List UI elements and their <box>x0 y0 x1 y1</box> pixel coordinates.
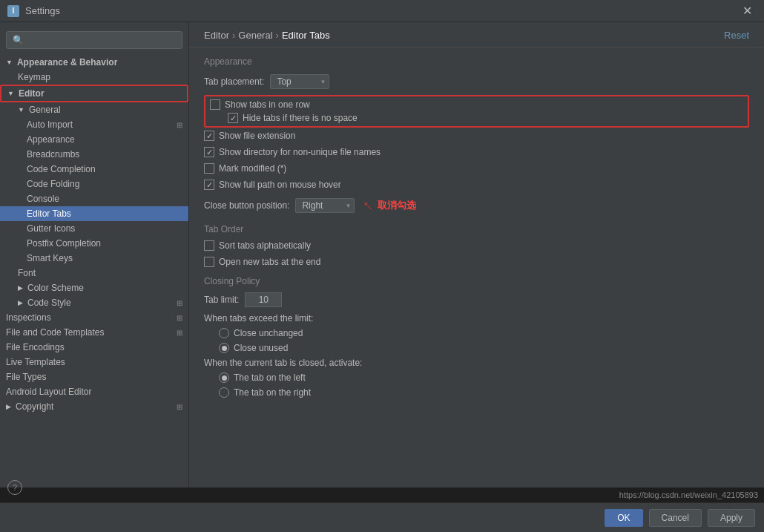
expand-arrow: ▶ <box>18 299 23 306</box>
mark-modified-checkbox[interactable] <box>204 163 214 174</box>
tab-on-left-radio[interactable] <box>219 372 229 383</box>
show-directory-row[interactable]: Show directory for non-unique file names <box>204 147 749 157</box>
ext-icon: ⊞ <box>177 403 182 411</box>
sidebar-item-code-completion[interactable]: Code Completion <box>0 162 188 177</box>
tab-on-left-row[interactable]: The tab on the left <box>219 372 749 383</box>
sidebar-item-keymap[interactable]: Keymap <box>0 70 188 85</box>
sidebar-item-appearance[interactable]: Appearance <box>0 132 188 147</box>
sidebar-item-label: Editor <box>19 88 45 99</box>
ok-button[interactable]: OK <box>605 509 642 527</box>
sidebar-item-label: File and Code Templates <box>6 327 105 338</box>
sidebar-item-font[interactable]: Font <box>0 266 188 280</box>
tab-limit-label: Tab limit: <box>204 295 239 305</box>
show-file-extension-row[interactable]: Show file extension <box>204 131 749 141</box>
sidebar-item-file-types[interactable]: File Types <box>0 370 188 384</box>
cancel-button[interactable]: Cancel <box>649 509 702 527</box>
title-bar: I Settings ✕ <box>0 0 764 22</box>
app-icon: I <box>7 5 19 17</box>
tab-on-right-radio[interactable] <box>219 387 229 398</box>
sidebar-item-label: Postfix Completion <box>27 238 101 249</box>
sort-tabs-row[interactable]: Sort tabs alphabetically <box>204 240 749 251</box>
sidebar-item-android-layout-editor[interactable]: Android Layout Editor <box>0 384 188 399</box>
close-unchanged-label: Close unchanged <box>234 328 303 338</box>
title-bar-left: I Settings <box>7 5 60 17</box>
sidebar-item-color-scheme[interactable]: ▶ Color Scheme <box>0 280 188 295</box>
sidebar-item-appearance-behavior[interactable]: ▼ Appearance & Behavior <box>0 55 188 70</box>
mark-modified-label: Mark modified (*) <box>219 163 286 174</box>
close-unchanged-radio[interactable] <box>219 328 229 338</box>
settings-content: Appearance Tab placement: Top Show tabs … <box>189 47 764 411</box>
bottom-bar: ? OK Cancel Apply <box>0 502 764 532</box>
breadcrumb-sep1: › <box>232 30 235 41</box>
show-directory-checkbox[interactable] <box>204 147 214 157</box>
tab-order-section-title: Tab Order <box>204 224 749 234</box>
sidebar-item-label: Breadcrumbs <box>27 149 79 160</box>
sort-tabs-checkbox[interactable] <box>204 240 214 251</box>
hide-tabs-no-space-checkbox[interactable] <box>228 113 238 123</box>
sidebar-item-label: Console <box>27 194 59 204</box>
close-unused-label: Close unused <box>234 343 288 353</box>
show-full-path-row[interactable]: Show full path on mouse hover <box>204 180 749 190</box>
mark-modified-row[interactable]: Mark modified (*) <box>204 163 749 174</box>
content-area: Editor › General › Editor Tabs Reset App… <box>189 22 764 502</box>
hide-tabs-no-space-row[interactable]: Hide tabs if there is no space <box>210 113 743 123</box>
show-tabs-one-row-row[interactable]: Show tabs in one row <box>210 99 743 110</box>
show-file-extension-checkbox[interactable] <box>204 131 214 141</box>
expand-arrow: ▼ <box>18 106 24 114</box>
sidebar-item-copyright[interactable]: ▶ Copyright ⊞ <box>0 399 188 414</box>
show-full-path-label: Show full path on mouse hover <box>219 180 341 190</box>
sidebar-item-gutter-icons[interactable]: Gutter Icons <box>0 221 188 236</box>
sidebar-item-label: Live Templates <box>6 357 65 367</box>
show-tabs-one-row-checkbox[interactable] <box>210 99 220 110</box>
tab-on-right-row[interactable]: The tab on the right <box>219 387 749 398</box>
sidebar-item-inspections[interactable]: Inspections ⊞ <box>0 310 188 325</box>
close-unchanged-row[interactable]: Close unchanged <box>219 328 749 338</box>
show-file-extension-label: Show file extension <box>219 131 295 141</box>
apply-button[interactable]: Apply <box>708 509 755 527</box>
sidebar-item-smart-keys[interactable]: Smart Keys <box>0 251 188 266</box>
tab-limit-input[interactable] <box>245 292 282 307</box>
content-header: Editor › General › Editor Tabs Reset <box>189 22 764 47</box>
close-button-dropdown[interactable]: Right <box>295 198 355 213</box>
sidebar-item-postfix-completion[interactable]: Postfix Completion <box>0 236 188 251</box>
sidebar-item-code-folding[interactable]: Code Folding <box>0 177 188 191</box>
tab-placement-label: Tab placement: <box>204 76 264 87</box>
tab-placement-dropdown[interactable]: Top <box>270 74 329 89</box>
sidebar-item-code-style[interactable]: ▶ Code Style ⊞ <box>0 295 188 310</box>
sidebar-item-label: Android Layout Editor <box>6 387 91 397</box>
when-tabs-exceed-row: When tabs exceed the limit: <box>204 313 749 324</box>
open-new-tabs-row[interactable]: Open new tabs at the end <box>204 257 749 267</box>
tab-placement-dropdown-wrap: Top <box>270 74 329 89</box>
window-title: Settings <box>25 5 60 16</box>
sidebar-item-label: Inspections <box>6 312 51 323</box>
close-unused-radio[interactable] <box>219 343 229 353</box>
appearance-section-title: Appearance <box>204 56 749 67</box>
sidebar: ▼ Appearance & Behavior Keymap ▼ Editor … <box>0 22 189 502</box>
sidebar-item-label: Code Folding <box>27 179 79 189</box>
close-unused-row[interactable]: Close unused <box>219 343 749 353</box>
open-new-tabs-label: Open new tabs at the end <box>219 257 320 267</box>
sidebar-item-file-code-templates[interactable]: File and Code Templates ⊞ <box>0 325 188 340</box>
sidebar-item-editor[interactable]: ▼ Editor <box>0 85 188 102</box>
sidebar-item-editor-tabs[interactable]: Editor Tabs <box>0 206 188 221</box>
sidebar-item-label: Smart Keys <box>27 253 73 263</box>
sidebar-item-label: Appearance <box>27 134 75 145</box>
reset-button[interactable]: Reset <box>724 30 749 41</box>
sidebar-item-auto-import[interactable]: Auto Import ⊞ <box>0 117 188 132</box>
sidebar-item-live-templates[interactable]: Live Templates <box>0 355 188 370</box>
annotation-text: 取消勾选 <box>378 199 416 212</box>
when-tabs-exceed-label: When tabs exceed the limit: <box>204 313 313 324</box>
when-current-closed-row: When the current tab is closed, activate… <box>204 358 749 368</box>
sidebar-item-general[interactable]: ▼ General <box>0 102 188 117</box>
sidebar-item-label: Code Style <box>27 298 71 308</box>
when-current-closed-label: When the current tab is closed, activate… <box>204 358 362 368</box>
sidebar-item-breadcrumbs[interactable]: Breadcrumbs <box>0 147 188 162</box>
show-full-path-checkbox[interactable] <box>204 180 214 190</box>
search-input[interactable] <box>6 31 182 49</box>
close-button[interactable]: ✕ <box>738 2 757 19</box>
open-new-tabs-checkbox[interactable] <box>204 257 214 267</box>
help-button[interactable]: ? <box>7 480 22 495</box>
sidebar-item-console[interactable]: Console <box>0 191 188 206</box>
sidebar-item-file-encodings[interactable]: File Encodings <box>0 340 188 355</box>
breadcrumb: Editor › General › Editor Tabs <box>204 30 330 41</box>
